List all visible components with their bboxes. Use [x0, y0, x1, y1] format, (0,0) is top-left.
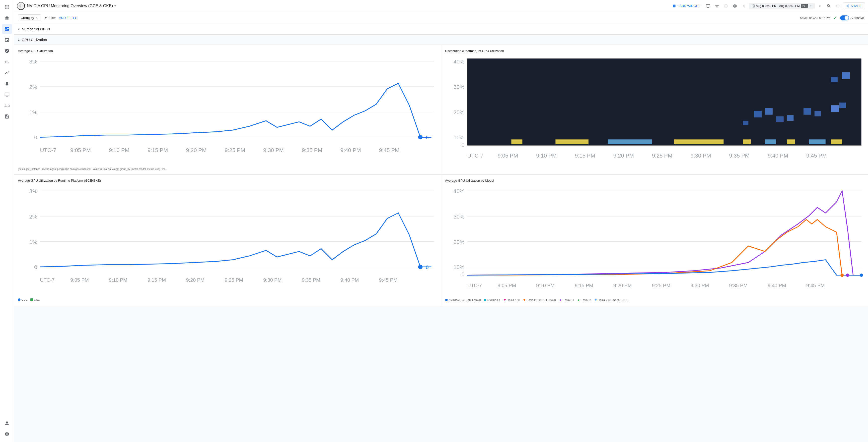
sidebar-icon-profiler[interactable]	[2, 46, 12, 56]
svg-text:9:40 PM: 9:40 PM	[340, 277, 359, 283]
more-options-button[interactable]	[834, 2, 842, 10]
legend-p100: ▼ Tesla P100-PCIE-16GB	[523, 298, 556, 302]
svg-text:20%: 20%	[454, 239, 464, 245]
chart-svg-avg-gpu: 3% 2% 1% 0 UTC-7 9:05 PM 9:10 PM 9:15 PM…	[18, 56, 437, 166]
sidebar-icon-traces[interactable]	[2, 35, 12, 45]
star-button[interactable]	[713, 2, 721, 10]
title-dropdown-arrow: ▾	[114, 4, 116, 8]
sidebar-icon-anomaly[interactable]	[2, 68, 12, 78]
settings-button[interactable]	[731, 2, 739, 10]
svg-text:9:20 PM: 9:20 PM	[613, 283, 631, 288]
svg-point-95	[846, 273, 849, 277]
top-bar: NVIDIA GPU Monitoring Overview (GCE & GK…	[14, 0, 868, 12]
share-button[interactable]: SHARE	[843, 2, 865, 9]
svg-rect-50	[804, 108, 811, 115]
svg-text:3%: 3%	[29, 59, 37, 65]
dashboard-title[interactable]: NVIDIA GPU Monitoring Overview (GCE & GK…	[27, 4, 669, 8]
sidebar-icon-metrics[interactable]	[2, 57, 12, 67]
sidebar-icon-display[interactable]	[2, 90, 12, 100]
svg-text:9:15 PM: 9:15 PM	[148, 147, 168, 153]
svg-text:9:15 PM: 9:15 PM	[575, 283, 593, 288]
svg-rect-38	[608, 139, 652, 144]
legend-square-gke	[30, 298, 33, 301]
svg-text:9:35 PM: 9:35 PM	[302, 147, 322, 153]
svg-rect-51	[814, 111, 821, 116]
chart-title-model: Average GPU Utilization by Model	[445, 179, 864, 182]
svg-point-97	[860, 273, 863, 277]
svg-text:9:20 PM: 9:20 PM	[613, 152, 633, 159]
svg-text:UTC-7: UTC-7	[40, 277, 55, 283]
sidebar-icon-dashboard[interactable]	[2, 24, 12, 34]
add-filter-button[interactable]: ADD FILTER	[59, 16, 78, 20]
search-time-button[interactable]	[825, 2, 833, 10]
chart-avg-gpu-runtime: Average GPU Utilization by Runtime Platf…	[14, 175, 441, 306]
svg-rect-36	[511, 139, 522, 144]
svg-rect-39	[674, 139, 723, 144]
svg-text:9:05 PM: 9:05 PM	[498, 283, 516, 288]
fullscreen-button[interactable]	[722, 2, 730, 10]
sidebar-icon-compute[interactable]	[2, 101, 12, 110]
svg-text:9:25 PM: 9:25 PM	[225, 147, 245, 153]
legend-gce: GCE	[18, 298, 27, 301]
svg-text:0: 0	[426, 135, 429, 140]
svg-text:9:25 PM: 9:25 PM	[225, 277, 243, 283]
svg-text:9:30 PM: 9:30 PM	[690, 283, 709, 288]
svg-text:UTC-7: UTC-7	[467, 283, 482, 288]
svg-text:9:10 PM: 9:10 PM	[536, 283, 555, 288]
sidebar-icon-logs[interactable]	[2, 111, 12, 122]
svg-rect-46	[765, 108, 773, 115]
filter-button[interactable]: Filter	[44, 16, 56, 20]
svg-text:9:30 PM: 9:30 PM	[264, 147, 284, 153]
legend-marker-p4: ▲	[559, 298, 562, 302]
legend-t4: ▲ Tesla T4	[577, 298, 591, 302]
svg-rect-49	[787, 115, 794, 121]
section-header-gpu-util[interactable]: ▴ GPU Utilization	[14, 35, 868, 45]
sidebar	[0, 0, 14, 442]
chart-title-avg-gpu: Average GPU Utilization	[18, 49, 437, 53]
svg-text:10%: 10%	[454, 264, 464, 270]
svg-text:0: 0	[34, 264, 37, 270]
svg-text:9:05 PM: 9:05 PM	[70, 277, 89, 283]
next-time-button[interactable]	[816, 2, 824, 10]
autosave-toggle[interactable]: Autosave	[840, 15, 864, 21]
toggle-knob	[844, 16, 848, 20]
prev-time-button[interactable]	[740, 2, 748, 10]
sidebar-icon-home[interactable]	[2, 13, 12, 23]
section-header-num-gpus[interactable]: ▾ Number of GPUs	[14, 24, 868, 34]
svg-text:9:40 PM: 9:40 PM	[768, 152, 788, 159]
autosave-switch[interactable]	[840, 15, 849, 21]
svg-text:9:10 PM: 9:10 PM	[536, 152, 557, 159]
svg-text:0: 0	[34, 134, 37, 141]
tv-mode-button[interactable]	[704, 2, 712, 10]
sidebar-icon-apps[interactable]	[2, 2, 12, 12]
svg-text:9:20 PM: 9:20 PM	[186, 277, 205, 283]
svg-text:2%: 2%	[29, 213, 37, 219]
legend-square-l4	[484, 299, 486, 301]
sidebar-icon-user[interactable]	[2, 418, 12, 428]
svg-text:9:35 PM: 9:35 PM	[729, 283, 747, 288]
svg-text:20%: 20%	[454, 109, 464, 115]
sidebar-icon-alerts[interactable]	[2, 79, 12, 89]
group-by-button[interactable]: Group by	[18, 14, 41, 21]
legend-a100: NVIDIA A100-SXM4-40GB	[445, 298, 481, 301]
svg-rect-35	[467, 59, 861, 145]
svg-text:1%: 1%	[29, 109, 37, 115]
add-widget-button[interactable]: + ADD WIDGET	[671, 2, 702, 9]
svg-text:9:05 PM: 9:05 PM	[498, 152, 518, 159]
saved-checkmark: ✓	[833, 15, 837, 21]
svg-rect-48	[743, 121, 748, 125]
svg-rect-45	[754, 111, 762, 117]
chart-heatmap: Distribution (Heatmap) of GPU Utilizatio…	[441, 45, 868, 174]
sidebar-icon-settings[interactable]	[2, 429, 12, 439]
time-range-selector[interactable]: Aug 8, 8:59 PM - Aug 8, 9:49 PM PST	[749, 3, 815, 9]
back-button[interactable]	[17, 2, 25, 10]
svg-text:9:20 PM: 9:20 PM	[186, 147, 207, 153]
svg-text:0: 0	[461, 142, 464, 148]
svg-text:0: 0	[461, 271, 464, 277]
svg-point-74	[418, 265, 423, 269]
svg-text:9:25 PM: 9:25 PM	[652, 152, 672, 159]
chart-svg-runtime: 3% 2% 1% 0 UTC-7 9:05 PM 9:10 PM 9:15 PM…	[18, 185, 437, 296]
legend-gke: GKE	[30, 298, 40, 301]
chart-area-heatmap: 40% 30% 20% 10% 0 UTC-7 9:05 PM 9:10 PM …	[445, 56, 864, 167]
chart-title-heatmap: Distribution (Heatmap) of GPU Utilizatio…	[445, 49, 864, 53]
